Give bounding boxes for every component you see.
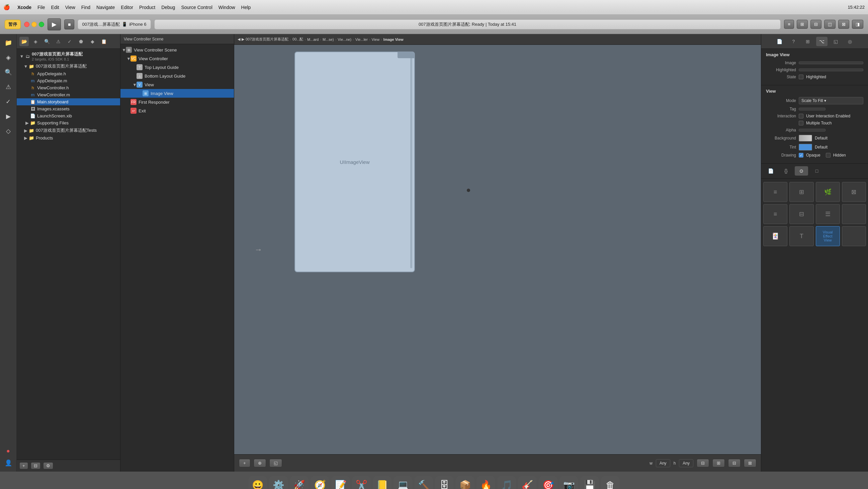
nav-search-icon[interactable]: 🔍 bbox=[42, 37, 52, 46]
dock-target[interactable]: 🎯 bbox=[539, 476, 557, 489]
template-table[interactable]: ⊞ bbox=[789, 182, 813, 202]
breadcrumb-item6[interactable]: Vie...ler bbox=[355, 37, 368, 41]
background-swatch[interactable] bbox=[799, 135, 812, 141]
maximize-button[interactable] bbox=[39, 22, 44, 27]
menu-debug[interactable]: Debug bbox=[161, 5, 175, 10]
breadcrumb-item5[interactable]: Vie...ne) bbox=[338, 37, 351, 41]
menu-file[interactable]: File bbox=[37, 5, 45, 10]
canvas-bottom-btn3[interactable]: ◱ bbox=[269, 459, 282, 467]
outline-view[interactable]: ▼ V View bbox=[121, 80, 234, 89]
dock-pkg[interactable]: 📦 bbox=[456, 476, 474, 489]
breadcrumb-item3[interactable]: M...ard bbox=[307, 37, 318, 41]
outline-first-responder[interactable]: FR First Responder bbox=[121, 98, 234, 106]
multitouch-checkbox[interactable] bbox=[799, 121, 803, 125]
storyboard-canvas[interactable]: → UIImageView bbox=[234, 45, 761, 454]
inspector-toggle[interactable]: ◨ bbox=[852, 20, 863, 29]
group-tests[interactable]: ▶ 📁 007游戏首页图片屏幕适配Tests bbox=[17, 126, 120, 134]
dock-xcode[interactable]: 🔨 bbox=[414, 476, 433, 489]
outline-imageview[interactable]: ⊞ Image View bbox=[121, 89, 234, 98]
breadcrumb-forward[interactable]: ▶ bbox=[242, 37, 244, 41]
activity-test[interactable]: ✓ bbox=[2, 96, 14, 108]
insp-tab-identity[interactable]: ⊞ bbox=[802, 37, 813, 46]
dock-onenote[interactable]: 📒 bbox=[373, 476, 392, 489]
dock-guitar[interactable]: 🎸 bbox=[518, 476, 537, 489]
outline-top-layout[interactable]: ⊤ Top Layout Guide bbox=[121, 63, 234, 72]
outline-scene[interactable]: ▼ ⊞ View Controller Scene bbox=[121, 45, 234, 54]
activity-user-icon[interactable]: 👤 bbox=[2, 457, 14, 469]
image-value[interactable] bbox=[799, 62, 863, 64]
menu-window[interactable]: Window bbox=[218, 5, 235, 10]
activity-search[interactable]: 🔍 bbox=[2, 66, 14, 78]
outline-viewcontroller[interactable]: ▼ VC View Controller bbox=[121, 54, 234, 63]
template-text[interactable]: T bbox=[789, 226, 813, 246]
template-visual-effect[interactable]: VisualEffectView bbox=[816, 226, 840, 246]
app-name[interactable]: Xcode bbox=[18, 5, 31, 10]
editor-standard-button[interactable]: ≡ bbox=[784, 20, 794, 29]
canvas-zoom-out[interactable]: ⊟ bbox=[728, 459, 741, 467]
template-tab-circle[interactable]: ⊙ bbox=[795, 166, 808, 175]
highlighted-value[interactable] bbox=[799, 69, 863, 71]
menu-find[interactable]: Find bbox=[81, 5, 90, 10]
template-list[interactable]: ≡ bbox=[763, 182, 787, 202]
dock-terminal[interactable]: 💻 bbox=[394, 476, 412, 489]
dock-music[interactable]: 🎵 bbox=[497, 476, 516, 489]
breadcrumb-item7[interactable]: View bbox=[372, 37, 380, 41]
dock-disk[interactable]: 💾 bbox=[580, 476, 599, 489]
dock-notes[interactable]: 📝 bbox=[331, 476, 350, 489]
activity-error-icon[interactable]: ● bbox=[2, 445, 14, 457]
add-constraint-button[interactable]: + bbox=[239, 459, 250, 467]
activity-folder[interactable]: 📁 bbox=[2, 37, 14, 49]
minimize-button[interactable] bbox=[31, 22, 37, 27]
user-interaction-checkbox[interactable] bbox=[799, 114, 803, 119]
menu-help[interactable]: Help bbox=[241, 5, 251, 10]
opaque-checkbox[interactable]: ✓ bbox=[799, 153, 803, 158]
pause-button[interactable]: 暂停 bbox=[5, 20, 21, 29]
menu-editor[interactable]: Editor bbox=[121, 5, 133, 10]
template-tab-square[interactable]: □ bbox=[810, 166, 824, 175]
menu-source-control[interactable]: Source Control bbox=[181, 5, 212, 10]
apple-icon[interactable]: 🍎 bbox=[3, 4, 10, 10]
menu-edit[interactable]: Edit bbox=[51, 5, 59, 10]
viewcontroller-mockup[interactable]: UIImageView bbox=[294, 52, 415, 272]
insp-tab-file[interactable]: 📄 bbox=[774, 37, 785, 46]
dock-filezilla[interactable]: 🔥 bbox=[476, 476, 495, 489]
dock-safari[interactable]: 🧭 bbox=[311, 476, 329, 489]
outline-bottom-layout[interactable]: ⊥ Bottom Layout Guide bbox=[121, 72, 234, 80]
tint-swatch[interactable] bbox=[799, 144, 812, 151]
editor-version-button[interactable]: ⊟ bbox=[810, 20, 822, 29]
menu-view[interactable]: View bbox=[65, 5, 75, 10]
add-file-button[interactable]: + bbox=[20, 462, 28, 469]
nav-symbol-icon[interactable]: ◈ bbox=[31, 37, 40, 46]
nav-test-icon[interactable]: ✓ bbox=[65, 37, 74, 46]
template-list2[interactable]: ≡ bbox=[763, 204, 787, 224]
file-viewcontroller-m[interactable]: m ViewController.m bbox=[17, 91, 120, 98]
template-blank[interactable] bbox=[842, 226, 866, 246]
alpha-value[interactable] bbox=[799, 129, 826, 131]
tag-value[interactable] bbox=[799, 108, 826, 110]
template-cols[interactable]: ⊟ bbox=[789, 204, 813, 224]
nav-breakpoint-icon[interactable]: ◆ bbox=[88, 37, 97, 46]
activity-issues[interactable]: ⚠ bbox=[2, 81, 14, 93]
activity-breakpoints[interactable]: ◇ bbox=[2, 125, 14, 137]
file-appdelegate-m[interactable]: m AppDelegate.m bbox=[17, 77, 120, 84]
dock-finder[interactable]: 😀 bbox=[248, 476, 267, 489]
breadcrumb-item2[interactable]: 00...配 bbox=[292, 37, 303, 42]
activity-source[interactable]: ◈ bbox=[2, 52, 14, 64]
canvas-zoom-in[interactable]: ⊞ bbox=[712, 459, 725, 467]
breadcrumb-item[interactable]: 007游戏首页图片屏幕适配 bbox=[246, 37, 288, 42]
template-empty[interactable] bbox=[842, 204, 866, 224]
editor-assistant-button[interactable]: ⊞ bbox=[797, 20, 808, 29]
nav-warning-icon[interactable]: ⚠ bbox=[54, 37, 63, 46]
hidden-checkbox[interactable] bbox=[826, 153, 831, 158]
dock-camera[interactable]: 📷 bbox=[559, 476, 578, 489]
template-tab-file[interactable]: 📄 bbox=[764, 166, 777, 175]
template-tree[interactable]: 🌿 bbox=[816, 182, 840, 202]
menu-product[interactable]: Product bbox=[139, 5, 155, 10]
breadcrumb-back[interactable]: ◀ bbox=[238, 37, 240, 41]
outline-exit[interactable]: ↩ Exit bbox=[121, 106, 234, 115]
group-supporting-files[interactable]: ▶ 📁 Supporting Files bbox=[17, 120, 120, 126]
file-images[interactable]: 🖼 Images.xcassets bbox=[17, 105, 120, 112]
height-size-selector[interactable]: Any bbox=[679, 459, 693, 467]
nav-folder-icon[interactable]: 📂 bbox=[20, 37, 29, 46]
nav-debug-icon[interactable]: ⬟ bbox=[76, 37, 86, 46]
